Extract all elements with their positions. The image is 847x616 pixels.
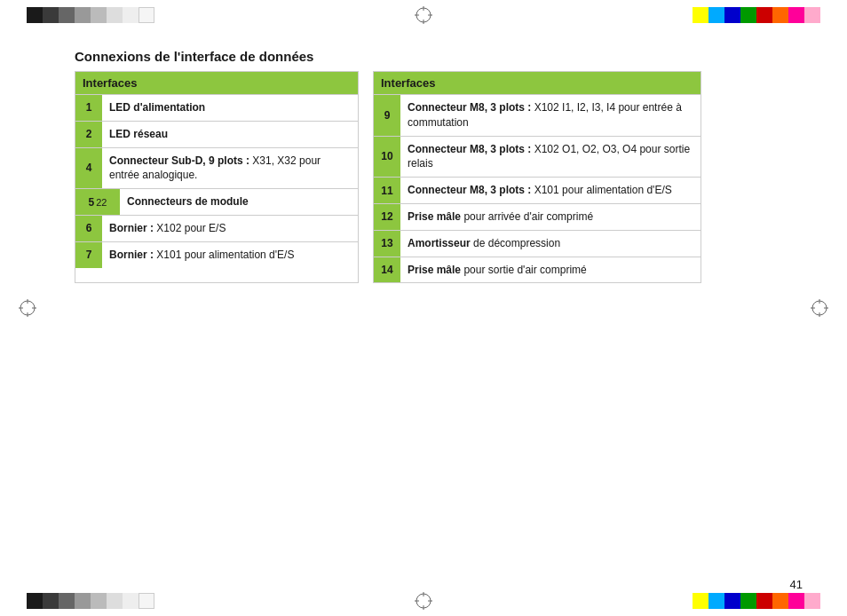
row-content: Bornier : X102 pour E/S [102, 216, 358, 241]
row-content: Connecteur Sub-D, 9 plots : X31, X32 pou… [102, 148, 358, 189]
row-content: Prise mâle pour arrivée d'air comprimé [400, 204, 701, 230]
row-number: 4 [75, 148, 102, 189]
crosshair-bottom [414, 591, 433, 611]
right-table-header: Interfaces [374, 72, 701, 94]
page: 41 Connexions de l'interface de données … [0, 0, 847, 616]
table-row: 4 Connecteur Sub-D, 9 plots : X31, X32 p… [75, 147, 358, 189]
crosshair-left [18, 298, 37, 318]
row-number: 9 [374, 95, 400, 136]
table-row: 2 LED réseau [75, 121, 358, 147]
table-row: 1 LED d'alimentation [75, 94, 358, 121]
row-content: LED d'alimentation [102, 95, 358, 121]
crosshair-top [414, 5, 433, 25]
page-number: 41 [790, 578, 803, 591]
row-number: 1 [75, 95, 102, 121]
row-number: 14 [374, 257, 400, 283]
tables-wrapper: Interfaces 1 LED d'alimentation 2 LED ré… [75, 71, 776, 283]
left-table: Interfaces 1 LED d'alimentation 2 LED ré… [75, 71, 359, 283]
color-bar-bottom-left [27, 593, 154, 609]
table-row: 10 Connecteur M8, 3 plots : X102 O1, O2,… [374, 136, 701, 178]
color-bar-top-left [27, 7, 154, 23]
table-row: 14 Prise mâle pour sortie d'air comprimé [374, 257, 701, 283]
section-title: Connexions de l'interface de données [75, 49, 776, 64]
row-content: Connecteurs de module [120, 189, 358, 215]
row-number: 6 [75, 216, 102, 241]
row-number: 13 [374, 231, 400, 257]
table-row: 12 Prise mâle pour arrivée d'air comprim… [374, 203, 701, 230]
row-number: 7 [75, 242, 102, 268]
table-row: 9 Connecteur M8, 3 plots : X102 I1, I2, … [374, 94, 701, 136]
row-content: Connecteur M8, 3 plots : X101 pour alime… [400, 178, 701, 203]
row-number: 10 [374, 137, 400, 178]
table-row: 11 Connecteur M8, 3 plots : X101 pour al… [374, 177, 701, 203]
content-area: Connexions de l'interface de données Int… [75, 49, 776, 283]
crosshair-right [810, 298, 829, 318]
row-content: LED réseau [102, 122, 358, 147]
row-number: 11 [374, 178, 400, 203]
table-row: 13 Amortisseur de décompression [374, 230, 701, 257]
right-table: Interfaces 9 Connecteur M8, 3 plots : X1… [373, 71, 701, 283]
row-content: Bornier : X101 pour alimentation d'E/S [102, 242, 358, 268]
row-number-pair: 5 22 [75, 189, 120, 215]
color-bar-bottom-right [693, 593, 820, 609]
table-row: 7 Bornier : X101 pour alimentation d'E/S [75, 241, 358, 268]
color-bar-top-right [693, 7, 820, 23]
row-number: 12 [374, 204, 400, 230]
row-content: Connecteur M8, 3 plots : X102 I1, I2, I3… [400, 95, 701, 136]
left-table-header: Interfaces [75, 72, 358, 94]
table-row: 5 22 Connecteurs de module [75, 188, 358, 215]
row-content: Connecteur M8, 3 plots : X102 O1, O2, O3… [400, 137, 701, 178]
row-content: Amortisseur de décompression [400, 231, 701, 257]
row-number: 2 [75, 122, 102, 147]
table-row: 6 Bornier : X102 pour E/S [75, 215, 358, 241]
row-content: Prise mâle pour sortie d'air comprimé [400, 257, 701, 283]
